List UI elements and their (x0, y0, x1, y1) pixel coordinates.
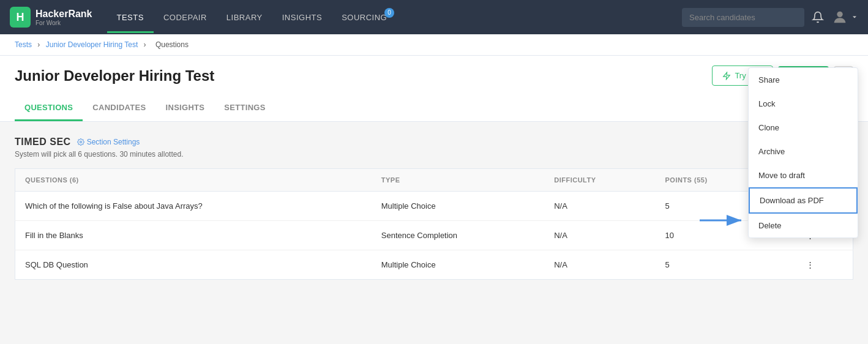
tabs: QUESTIONS CANDIDATES INSIGHTS SETTINGS (15, 95, 853, 121)
svg-point-0 (837, 12, 842, 17)
question-text: Fill in the Blanks (15, 221, 372, 250)
section-settings-link[interactable]: Section Settings (77, 138, 140, 146)
question-difficulty: N/A (544, 221, 655, 250)
svg-marker-1 (724, 72, 730, 80)
nav-links: TESTS CODEPAIR LIBRARY INSIGHTS SOURCING… (107, 2, 683, 33)
sourcing-badge: 0 (384, 8, 394, 18)
section-title: TIMED SEC (15, 136, 71, 148)
col-questions: QUESTIONS (6) (15, 169, 372, 192)
logo-icon: H (10, 7, 31, 28)
breadcrumb-current: Questions (155, 40, 189, 49)
dropdown-archive[interactable]: Archive (749, 140, 858, 163)
dropdown-share[interactable]: Share (749, 68, 858, 92)
breadcrumb-test-name[interactable]: Junior Developer Hiring Test (46, 40, 138, 49)
page-title: Junior Developer Hiring Test (15, 67, 214, 84)
question-points: 5 (656, 250, 768, 280)
nav-tests[interactable]: TESTS (107, 2, 154, 33)
page-header-top: Junior Developer Hiring Test Try Test In… (15, 65, 853, 86)
dropdown-menu: Share Lock Clone Archive Move to draft D… (748, 67, 858, 238)
col-difficulty: DIFFICULTY (544, 169, 655, 192)
user-avatar[interactable] (831, 9, 858, 26)
dropdown-lock[interactable]: Lock (749, 92, 858, 116)
section-settings-label: Section Settings (87, 138, 140, 146)
question-type: Multiple Choice (372, 250, 544, 280)
nav-right (682, 8, 858, 27)
nav-insights[interactable]: INSIGHTS (272, 2, 332, 33)
question-text: SQL DB Question (15, 250, 372, 280)
section-subtitle: System will pick all 6 questions. 30 min… (15, 150, 853, 159)
logo-text: HackerRank For Work (36, 9, 92, 26)
table-header-row: QUESTIONS (6) TYPE DIFFICULTY POINTS (55… (15, 169, 853, 192)
dropdown-move-to-draft[interactable]: Move to draft (749, 163, 858, 187)
breadcrumb-tests[interactable]: Tests (15, 40, 32, 49)
dropdown-clone[interactable]: Clone (749, 116, 858, 140)
search-input[interactable] (682, 8, 804, 27)
tab-settings[interactable]: SETTINGS (214, 95, 275, 121)
breadcrumb: Tests › Junior Developer Hiring Test › Q… (0, 34, 868, 56)
question-type: Sentence Completion (372, 221, 544, 250)
tab-insights[interactable]: INSIGHTS (156, 95, 215, 121)
row-action-menu[interactable]: ⋮ (767, 250, 853, 280)
section-header: TIMED SEC Section Settings System will p… (15, 136, 853, 159)
question-difficulty: N/A (544, 192, 655, 221)
svg-point-5 (80, 141, 81, 143)
dropdown-delete[interactable]: Delete (749, 214, 858, 237)
tab-questions[interactable]: QUESTIONS (15, 95, 83, 121)
page-header: Junior Developer Hiring Test Try Test In… (0, 56, 868, 122)
arrow-icon (700, 211, 749, 230)
logo[interactable]: H HackerRank For Work (10, 7, 92, 28)
dropdown-download-pdf[interactable]: Download as PDF (749, 187, 858, 214)
col-type: TYPE (372, 169, 544, 192)
section-title-row: TIMED SEC Section Settings (15, 136, 853, 148)
nav-codepair[interactable]: CODEPAIR (154, 2, 217, 33)
top-navigation: H HackerRank For Work TESTS CODEPAIR LIB… (0, 0, 868, 34)
question-type: Multiple Choice (372, 192, 544, 221)
question-difficulty: N/A (544, 250, 655, 280)
question-text: Which of the following is False about Ja… (15, 192, 372, 221)
tab-candidates[interactable]: CANDIDATES (83, 95, 155, 121)
table-row: SQL DB Question Multiple Choice N/A 5 ⋮ (15, 250, 853, 280)
nav-sourcing[interactable]: SOURCING 0 (332, 2, 397, 33)
arrow-annotation (700, 211, 749, 231)
bell-icon[interactable] (812, 11, 824, 23)
nav-library[interactable]: LIBRARY (217, 2, 272, 33)
